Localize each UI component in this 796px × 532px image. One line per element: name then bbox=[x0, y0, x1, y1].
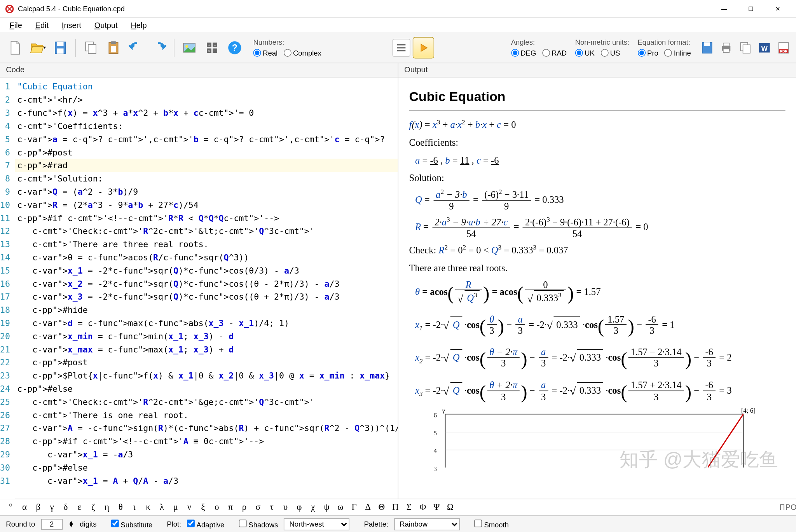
menu-output[interactable]: Output bbox=[88, 19, 124, 31]
code-line[interactable]: c-pp">#else bbox=[15, 382, 398, 395]
new-button[interactable] bbox=[5, 37, 25, 58]
radio-inline[interactable]: Inline bbox=[664, 49, 691, 57]
smooth-checkbox[interactable]: Smooth bbox=[474, 519, 509, 529]
help-button[interactable]: ? bbox=[225, 37, 245, 58]
round-digits-input[interactable] bbox=[41, 519, 63, 530]
word-icon[interactable]: W bbox=[757, 40, 772, 55]
radio-us[interactable]: US bbox=[600, 49, 620, 57]
code-line[interactable]: c-pp">#rad bbox=[15, 159, 398, 172]
greek-char[interactable]: Φ bbox=[417, 502, 429, 512]
print-icon[interactable] bbox=[719, 40, 734, 55]
code-line[interactable]: c-var">d = c-func">max(c-func">abs(x_3 -… bbox=[15, 316, 398, 330]
radio-pro[interactable]: Pro bbox=[638, 49, 658, 57]
code-line[interactable]: c-cmt">'Solution: bbox=[15, 172, 398, 185]
undo-button[interactable] bbox=[126, 37, 146, 58]
greek-char[interactable]: Ω bbox=[444, 502, 456, 512]
greek-char[interactable]: φ bbox=[293, 502, 305, 512]
greek-char[interactable]: Ψ bbox=[431, 502, 443, 512]
pdf-icon[interactable]: PDF bbox=[776, 40, 791, 55]
copy-button[interactable] bbox=[80, 37, 101, 58]
save-button[interactable] bbox=[50, 37, 70, 58]
menu-file[interactable]: File bbox=[3, 19, 28, 31]
greek-char[interactable]: τ bbox=[266, 502, 278, 512]
menu-edit[interactable]: Edit bbox=[29, 19, 54, 31]
code-line[interactable]: c-var">x_1 = -2*c-func">sqr(Q)*c-func">c… bbox=[15, 264, 398, 277]
shadows-checkbox[interactable]: Shadows bbox=[239, 519, 278, 529]
adaptive-checkbox[interactable]: Adaptive bbox=[187, 519, 225, 529]
maximize-button[interactable]: ☐ bbox=[738, 0, 765, 17]
code-line[interactable]: c-var">a = c-q">? c-cmt">',c-cmt">'b = c… bbox=[15, 133, 398, 146]
greek-char[interactable]: ε bbox=[73, 502, 86, 512]
greek-char[interactable]: α bbox=[19, 502, 31, 512]
radio-complex[interactable]: Complex bbox=[283, 49, 321, 57]
copy-output-icon[interactable] bbox=[738, 40, 753, 55]
greek-char[interactable]: ρ bbox=[238, 502, 250, 512]
code-line[interactable]: c-pp">#if c-cmt">'<!--c-cmt">'R*R < Q*Q*… bbox=[15, 211, 398, 225]
code-line[interactable]: c-var">θ = c-func">acos(R/c-func">sqr(Q^… bbox=[15, 251, 398, 264]
code-line[interactable]: c-pp">$Plot{x|c-func">f(x) & x_1|0 & x_2… bbox=[15, 369, 398, 382]
greek-char[interactable]: π bbox=[225, 502, 237, 512]
greek-char[interactable]: Θ bbox=[376, 502, 388, 512]
greek-char[interactable]: ν bbox=[183, 502, 196, 512]
greek-char[interactable]: β bbox=[32, 502, 44, 512]
code-line[interactable]: c-pp">#if c-cmt">'<!--c-cmt">'A ≡ 0c-cmt… bbox=[15, 435, 398, 448]
palette-select[interactable]: Rainbow bbox=[394, 518, 460, 530]
spinner-icon[interactable]: ▲▼ bbox=[68, 521, 74, 527]
close-button[interactable]: ✕ bbox=[765, 0, 791, 17]
code-line[interactable]: c-var">x_1 = A + Q/A - a/3 bbox=[15, 474, 398, 487]
code-line[interactable]: c-cmt">'Coefficients: bbox=[15, 119, 398, 133]
radio-uk[interactable]: UK bbox=[575, 49, 595, 57]
greek-char[interactable]: Σ bbox=[403, 502, 415, 512]
run-button[interactable] bbox=[413, 37, 434, 58]
save-output-icon[interactable] bbox=[699, 40, 715, 55]
redo-button[interactable] bbox=[149, 37, 169, 58]
greek-char[interactable]: δ bbox=[60, 502, 72, 512]
code-line[interactable]: c-pp">#else bbox=[15, 461, 398, 474]
code-line[interactable]: "Cubic Equation bbox=[15, 80, 398, 93]
greek-char[interactable]: Δ bbox=[362, 502, 374, 512]
image-button[interactable] bbox=[179, 37, 199, 58]
greek-char[interactable]: ξ bbox=[197, 502, 209, 512]
greek-char[interactable]: Π bbox=[389, 502, 401, 512]
radio-rad[interactable]: RAD bbox=[542, 49, 567, 57]
code-line[interactable]: c-pp">#hide bbox=[15, 304, 398, 317]
code-line[interactable]: c-cmt">'<hr/> bbox=[15, 93, 398, 106]
code-line[interactable]: c-cmt">'There are three real roots. bbox=[15, 238, 398, 251]
greek-char[interactable]: ° bbox=[5, 502, 17, 512]
greek-char[interactable]: Γ bbox=[348, 502, 360, 512]
greek-char[interactable]: ι bbox=[128, 502, 140, 512]
code-line[interactable]: c-cmt">'There is one real root. bbox=[15, 408, 398, 422]
code-line[interactable]: c-var">x_2 = -2*c-func">sqr(Q)*c-func">c… bbox=[15, 277, 398, 290]
direction-select[interactable]: North-west bbox=[284, 518, 350, 530]
substitute-checkbox[interactable]: Substitute bbox=[111, 519, 152, 529]
minimize-button[interactable]: — bbox=[711, 0, 738, 17]
greek-char[interactable]: υ bbox=[279, 502, 292, 512]
radio-deg[interactable]: DEG bbox=[511, 49, 536, 57]
code-line[interactable]: c-var">R = (2*a^3 - 9*a*b + 27*c)/54 bbox=[15, 198, 398, 211]
code-line[interactable]: c-func">f(x) = x^3 + a*x^2 + b*x + cc-cm… bbox=[15, 106, 398, 120]
code-line[interactable]: c-var">x_max = c-func">max(x_1; x_3) + d bbox=[15, 343, 398, 356]
greek-char[interactable]: μ bbox=[169, 502, 182, 512]
code-line[interactable]: c-pp">#post bbox=[15, 146, 398, 159]
code-line[interactable]: c-var">x_min = c-func">min(x_1; x_3) - d bbox=[15, 330, 398, 343]
code-line[interactable]: c-var">Q = (a^2 - 3*b)/9 bbox=[15, 185, 398, 198]
toggle-view-button[interactable] bbox=[392, 38, 410, 56]
paste-button[interactable] bbox=[103, 37, 124, 58]
radio-real[interactable]: Real bbox=[253, 49, 278, 57]
open-button[interactable]: ▾ bbox=[28, 37, 48, 58]
greek-char[interactable]: λ bbox=[156, 502, 168, 512]
code-line[interactable]: c-var">x_3 = -2*c-func">sqr(Q)*c-func">c… bbox=[15, 290, 398, 304]
greek-char[interactable]: κ bbox=[142, 502, 154, 512]
greek-char[interactable]: θ bbox=[115, 502, 127, 512]
greek-char[interactable]: σ bbox=[252, 502, 264, 512]
calc-button[interactable]: +−×÷ bbox=[202, 37, 222, 58]
greek-char[interactable]: η bbox=[101, 502, 113, 512]
code-line[interactable]: c-cmt">'Check:c-cmt">'R^2c-cmt">'&lt;c-c… bbox=[15, 225, 398, 238]
greek-char[interactable]: γ bbox=[46, 502, 58, 512]
menu-help[interactable]: Help bbox=[125, 19, 153, 31]
code-line[interactable]: c-pp">#post bbox=[15, 356, 398, 369]
greek-char[interactable]: ω bbox=[334, 502, 346, 512]
menu-insert[interactable]: Insert bbox=[56, 19, 87, 31]
greek-char[interactable]: ψ bbox=[321, 502, 333, 512]
greek-char[interactable]: χ bbox=[307, 502, 319, 512]
